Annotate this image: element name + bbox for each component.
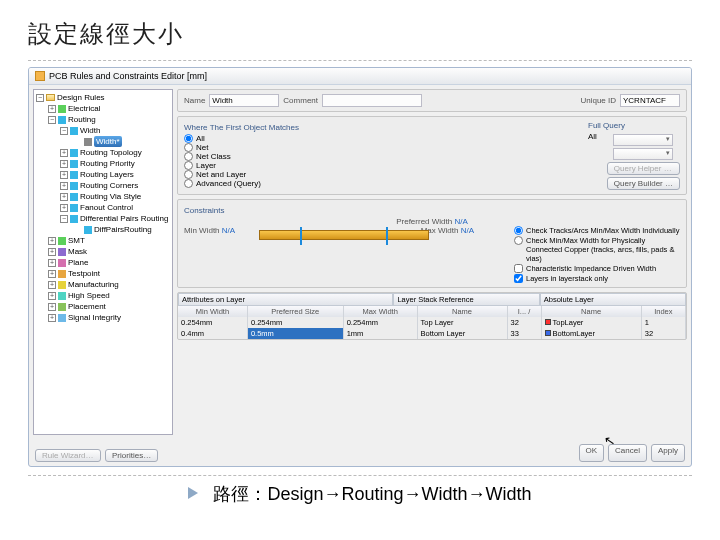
- expand-icon[interactable]: +: [60, 160, 68, 168]
- expand-icon[interactable]: −: [60, 215, 68, 223]
- grid-header[interactable]: Name: [417, 306, 507, 317]
- grid-cell[interactable]: 1mm: [343, 328, 417, 339]
- tree-item[interactable]: Fanout Control: [80, 202, 133, 213]
- tree-item[interactable]: Placement: [68, 301, 106, 312]
- tree-item[interactable]: Width: [80, 125, 100, 136]
- constraint-checkbox[interactable]: [514, 264, 523, 273]
- grid-header[interactable]: Index: [641, 306, 685, 317]
- tree-item[interactable]: Routing Corners: [80, 180, 138, 191]
- grid-cell[interactable]: TopLayer: [541, 317, 641, 328]
- tree-item[interactable]: Electrical: [68, 103, 100, 114]
- width-icon: [70, 127, 78, 135]
- expand-icon[interactable]: −: [60, 127, 68, 135]
- tree-item[interactable]: Width*: [94, 136, 122, 147]
- trace-illustration: [259, 230, 429, 240]
- netclass-combo[interactable]: [613, 148, 673, 160]
- grid-cell[interactable]: 0.254mm: [343, 317, 417, 328]
- grid-cell[interactable]: 0.254mm: [247, 317, 343, 328]
- expand-icon[interactable]: +: [60, 149, 68, 157]
- expand-icon[interactable]: +: [48, 292, 56, 300]
- window-title: PCB Rules and Constraints Editor [mm]: [49, 71, 207, 81]
- grid-cell[interactable]: Bottom Layer: [417, 328, 507, 339]
- constraint-radio[interactable]: [514, 226, 523, 235]
- expand-icon[interactable]: +: [48, 270, 56, 278]
- expand-icon[interactable]: +: [60, 193, 68, 201]
- grid-cell[interactable]: 0.254mm: [178, 317, 247, 328]
- tree-item[interactable]: DiffPairsRouting: [94, 224, 152, 235]
- query-builder-button[interactable]: Query Builder …: [607, 177, 680, 190]
- tree-item[interactable]: Routing Layers: [80, 169, 134, 180]
- match-radio-label: Advanced (Query): [196, 179, 261, 188]
- constraint-checkbox[interactable]: [514, 274, 523, 283]
- grid-header[interactable]: Preferred Size: [247, 306, 343, 317]
- grid-header[interactable]: Min Width: [178, 306, 247, 317]
- query-helper-button[interactable]: Query Helper …: [607, 162, 680, 175]
- expand-icon[interactable]: +: [48, 105, 56, 113]
- expand-icon[interactable]: +: [48, 248, 56, 256]
- expand-icon[interactable]: +: [60, 204, 68, 212]
- tree-item[interactable]: Mask: [68, 246, 87, 257]
- match-radio[interactable]: [184, 152, 193, 161]
- tree-root[interactable]: Design Rules: [57, 92, 105, 103]
- match-radio[interactable]: [184, 161, 193, 170]
- apply-button[interactable]: Apply: [651, 444, 685, 462]
- grid-group: Absolute Layer: [540, 293, 686, 306]
- rule-wizard-button[interactable]: Rule Wizard…: [35, 449, 101, 462]
- tree-item[interactable]: Routing Topology: [80, 147, 142, 158]
- tree-item[interactable]: Testpoint: [68, 268, 100, 279]
- mask-icon: [58, 248, 66, 256]
- grid-cell[interactable]: 32: [641, 328, 685, 339]
- rule-header-panel: Name Comment Unique ID: [177, 89, 687, 112]
- tree-item[interactable]: Routing: [68, 114, 96, 125]
- name-input[interactable]: [209, 94, 279, 107]
- grid-cell[interactable]: 1: [641, 317, 685, 328]
- divider: [28, 60, 692, 61]
- uid-label: Unique ID: [580, 96, 616, 105]
- tree-item[interactable]: Plane: [68, 257, 88, 268]
- net-combo[interactable]: [613, 134, 673, 146]
- uid-input[interactable]: [620, 94, 680, 107]
- match-radio[interactable]: [184, 143, 193, 152]
- table-row[interactable]: 0.254mm0.254mm0.254mmTop Layer32TopLayer…: [178, 317, 686, 328]
- grid-header[interactable]: I... /: [507, 306, 541, 317]
- grid-cell[interactable]: Top Layer: [417, 317, 507, 328]
- grid-cell[interactable]: 33: [507, 328, 541, 339]
- grid-header[interactable]: Name: [541, 306, 641, 317]
- ok-button[interactable]: OK: [579, 444, 605, 462]
- grid-header[interactable]: Max Width: [343, 306, 417, 317]
- hs-icon: [58, 292, 66, 300]
- preferred-width-label: Preferred Width: [396, 217, 452, 226]
- expand-icon[interactable]: +: [48, 281, 56, 289]
- grid-cell[interactable]: 32: [507, 317, 541, 328]
- tree-item[interactable]: High Speed: [68, 290, 110, 301]
- expand-icon[interactable]: +: [48, 259, 56, 267]
- expand-icon[interactable]: +: [48, 314, 56, 322]
- table-row[interactable]: 0.4mm0.5mm1mmBottom Layer33BottomLayer32: [178, 328, 686, 339]
- tree-item[interactable]: Routing Priority: [80, 158, 135, 169]
- expand-icon[interactable]: +: [60, 182, 68, 190]
- match-radio[interactable]: [184, 134, 193, 143]
- tree-item[interactable]: Differential Pairs Routing: [80, 213, 168, 224]
- expand-icon[interactable]: +: [48, 303, 56, 311]
- expand-icon[interactable]: −: [48, 116, 56, 124]
- grid-cell[interactable]: 0.5mm: [247, 328, 343, 339]
- match-radio[interactable]: [184, 170, 193, 179]
- constraint-radio[interactable]: [514, 236, 523, 245]
- tree-item[interactable]: Manufacturing: [68, 279, 119, 290]
- grid-cell[interactable]: BottomLayer: [541, 328, 641, 339]
- expand-icon[interactable]: +: [48, 237, 56, 245]
- grid-cell[interactable]: 0.4mm: [178, 328, 247, 339]
- plane-icon: [58, 259, 66, 267]
- cancel-button[interactable]: Cancel: [608, 444, 647, 462]
- expand-icon[interactable]: −: [36, 94, 44, 102]
- tree-item[interactable]: SMT: [68, 235, 85, 246]
- priorities-button[interactable]: Priorities…: [105, 449, 158, 462]
- tree-item[interactable]: Signal Integrity: [68, 312, 121, 323]
- comment-input[interactable]: [322, 94, 422, 107]
- routing-icon: [70, 160, 78, 168]
- name-label: Name: [184, 96, 205, 105]
- expand-icon[interactable]: +: [60, 171, 68, 179]
- tree-item[interactable]: Routing Via Style: [80, 191, 141, 202]
- match-radio[interactable]: [184, 179, 193, 188]
- rule-tree[interactable]: −Design Rules+Electrical−Routing−WidthWi…: [33, 89, 173, 435]
